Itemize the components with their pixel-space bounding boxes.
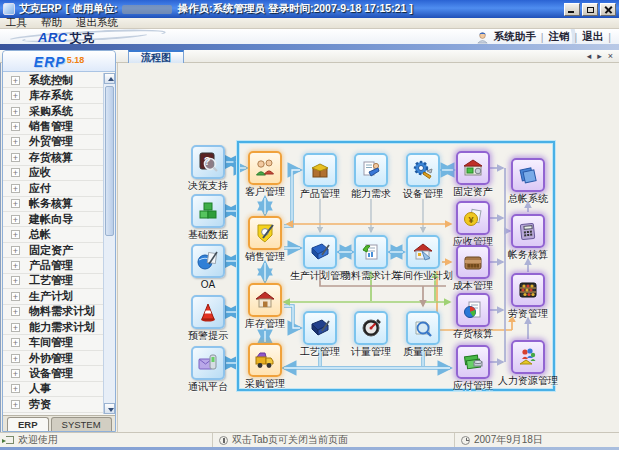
- sidebar-scrollbar[interactable]: [103, 73, 115, 414]
- sidebar-item-label: 外贸管理: [29, 134, 73, 149]
- expand-icon[interactable]: +: [11, 184, 20, 193]
- flow-node-payroll-mgmt[interactable]: 劳资管理: [483, 273, 573, 319]
- expand-icon[interactable]: +: [11, 246, 20, 255]
- erp-logo: ERP 5.18: [3, 51, 115, 72]
- expand-icon[interactable]: +: [11, 153, 20, 162]
- expand-icon[interactable]: +: [11, 354, 20, 363]
- expand-icon[interactable]: +: [11, 338, 20, 347]
- banner-links: 系统助手|注销|退出|: [476, 30, 611, 44]
- banner-link[interactable]: 退出: [582, 30, 603, 44]
- arc-logo-en: ARC: [38, 30, 68, 44]
- sidebar-item-label: 设备管理: [29, 366, 73, 381]
- expand-icon[interactable]: +: [11, 122, 20, 131]
- sidebar-item[interactable]: +工艺管理: [3, 274, 103, 289]
- sidebar-item-label: 人事: [29, 381, 51, 396]
- tab-prev-icon[interactable]: ◂: [587, 51, 592, 61]
- sidebar-item-label: 系统控制: [29, 73, 73, 88]
- sidebar-item-label: 生产计划: [29, 289, 73, 304]
- arc-logo-cn: 艾克: [70, 30, 94, 44]
- scroll-up-icon[interactable]: [104, 73, 115, 84]
- sidebar-tab-erp[interactable]: ERP: [7, 417, 49, 431]
- expand-icon[interactable]: +: [11, 261, 20, 270]
- expand-icon[interactable]: +: [11, 76, 20, 85]
- sidebar-item[interactable]: +销售管理: [3, 119, 103, 134]
- clock-icon: [461, 436, 470, 445]
- close-button[interactable]: [600, 3, 616, 16]
- sidebar-item-label: 劳资: [29, 397, 51, 412]
- expand-icon[interactable]: +: [11, 400, 20, 409]
- expand-icon[interactable]: +: [11, 230, 20, 239]
- sidebar-item[interactable]: +能力需求计划: [3, 320, 103, 335]
- expand-icon[interactable]: +: [11, 307, 20, 316]
- scroll-down-icon[interactable]: [104, 403, 115, 414]
- books-icon: [511, 158, 545, 192]
- sidebar-item[interactable]: +采购系统: [3, 104, 103, 119]
- sidebar-item[interactable]: +产品管理: [3, 258, 103, 273]
- flow-node-hr-mgmt[interactable]: 人力资源管理: [483, 340, 573, 386]
- expand-icon[interactable]: +: [11, 292, 20, 301]
- minimize-button[interactable]: [564, 3, 580, 16]
- flow-node-label: 采购管理: [220, 378, 310, 389]
- tab-next-icon[interactable]: ▸: [597, 51, 602, 61]
- sidebar-item[interactable]: +库存系统: [3, 88, 103, 103]
- expand-icon[interactable]: +: [11, 199, 20, 208]
- expand-icon[interactable]: +: [11, 276, 20, 285]
- sidebar-tab-system[interactable]: SYSTEM: [51, 417, 112, 431]
- sidebar-item-label: 固定资产: [29, 243, 73, 258]
- expand-icon[interactable]: +: [11, 323, 20, 332]
- sidebar-item[interactable]: +外协管理: [3, 351, 103, 366]
- sidebar-item-label: 应付: [29, 181, 51, 196]
- banner-link[interactable]: 系统助手: [494, 30, 536, 44]
- flow-node-general-ledger[interactable]: 总帐系统: [483, 158, 573, 204]
- title-unit-label: [ 使用单位:: [66, 2, 118, 16]
- flow-node-label: 人力资源管理: [483, 375, 573, 386]
- sidebar-item[interactable]: +建帐向导: [3, 212, 103, 227]
- expand-icon[interactable]: +: [11, 107, 20, 116]
- sidebar-item[interactable]: +固定资产: [3, 243, 103, 258]
- flow-node-account-checking[interactable]: 帐务核算: [483, 214, 573, 260]
- expand-icon[interactable]: +: [11, 384, 20, 393]
- sidebar-item[interactable]: +物料需求计划: [3, 305, 103, 320]
- sidebar-item[interactable]: +系统控制: [3, 73, 103, 88]
- link-separator: |: [608, 31, 611, 43]
- sidebar-nav: +系统控制+库存系统+采购系统+销售管理+外贸管理+存货核算+应收+应付+帐务核…: [3, 73, 115, 414]
- sidebar-item-label: 采购系统: [29, 104, 73, 119]
- expand-icon[interactable]: +: [11, 215, 20, 224]
- menu-item[interactable]: 帮助: [41, 16, 62, 30]
- sidebar-item[interactable]: +外贸管理: [3, 135, 103, 150]
- expand-icon[interactable]: +: [11, 91, 20, 100]
- sidebar: ERP 5.18 +系统控制+库存系统+采购系统+销售管理+外贸管理+存货核算+…: [2, 50, 116, 432]
- flow-node-label: 劳资管理: [483, 308, 573, 319]
- expand-icon[interactable]: +: [11, 369, 20, 378]
- sidebar-item-label: 总帐: [29, 227, 51, 242]
- banner-link[interactable]: 注销: [549, 30, 570, 44]
- sidebar-item-label: 帐务核算: [29, 196, 73, 211]
- tab-close-icon[interactable]: ×: [608, 51, 613, 61]
- sidebar-item[interactable]: +总帐: [3, 227, 103, 242]
- app-icon: [3, 3, 15, 15]
- sidebar-item[interactable]: +帐务核算: [3, 197, 103, 212]
- restore-button[interactable]: [582, 3, 598, 16]
- sidebar-item[interactable]: +人事: [3, 382, 103, 397]
- expand-icon[interactable]: +: [11, 168, 20, 177]
- expand-icon[interactable]: +: [11, 137, 20, 146]
- sidebar-item[interactable]: +存货核算: [3, 150, 103, 165]
- scrollbar-thumb[interactable]: [105, 86, 114, 236]
- abacus-icon: [511, 273, 545, 307]
- tab-flowchart[interactable]: 流程图: [128, 50, 184, 63]
- sidebar-item-label: 能力需求计划: [29, 320, 95, 335]
- sidebar-item-label: 存货核算: [29, 150, 73, 165]
- sidebar-item[interactable]: +车间管理: [3, 335, 103, 350]
- arc-logo: ARC 艾克: [38, 30, 94, 44]
- menu-item[interactable]: 退出系统: [76, 16, 118, 30]
- sidebar-item[interactable]: +应收: [3, 166, 103, 181]
- status-tip: 双击Tab页可关闭当前页面: [232, 433, 348, 447]
- menu-item[interactable]: 工具: [6, 16, 27, 30]
- redacted-unit-name: [122, 5, 172, 14]
- sidebar-item[interactable]: +应付: [3, 181, 103, 196]
- link-separator: |: [575, 31, 578, 43]
- sidebar-item[interactable]: +劳资: [3, 397, 103, 412]
- sidebar-item[interactable]: +设备管理: [3, 366, 103, 381]
- sidebar-item[interactable]: +生产计划: [3, 289, 103, 304]
- sidebar-item-label: 库存系统: [29, 88, 73, 103]
